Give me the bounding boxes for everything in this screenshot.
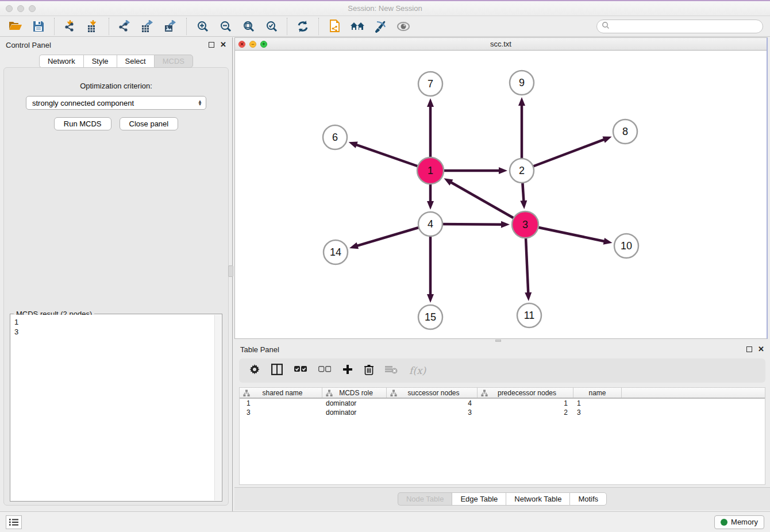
horizontal-splitter-handle[interactable] [495,340,501,342]
vertical-splitter-handle[interactable] [228,265,233,277]
close-panel-button[interactable]: Close panel [120,117,179,130]
cell-name[interactable]: 3 [573,408,622,417]
gear-icon [249,364,260,377]
table-panel: Table Panel ✕ f(x) shared nameMCDS roles… [234,342,770,510]
control-panel-title: Control Panel [6,41,51,49]
column-header-shared-name[interactable]: shared name [240,388,322,398]
graph-node-label: 9 [519,77,525,88]
graph-node-4[interactable]: 4 [418,212,442,236]
zoom-out-button[interactable] [215,18,235,35]
export-network-icon [118,20,132,33]
zoom-fit-button[interactable] [238,18,258,35]
optimization-criterion-label: Optimization criterion: [4,82,228,90]
select-all-icon [294,365,307,376]
graph-node-3[interactable]: 3 [512,211,538,238]
table-tab-motifs[interactable]: Motifs [569,492,607,506]
new-network-button[interactable] [325,18,344,35]
column-header-predecessor-nodes[interactable]: predecessor nodes [478,388,573,398]
cell-shared-name[interactable]: 1 [240,399,322,408]
graph-node-1[interactable]: 1 [417,157,444,184]
table-row[interactable]: 3dominator323 [240,408,765,417]
network-window-titlebar[interactable]: ✕ − + scc.txt [235,38,767,51]
graph-node-label: 4 [428,218,433,230]
add-row-button[interactable] [342,364,353,377]
table-row[interactable]: 1dominator411 [240,399,765,408]
graph-node-label: 3 [522,219,528,230]
hide-details-button[interactable] [394,18,413,35]
open-session-button[interactable] [6,18,25,35]
cell-predecessor-nodes[interactable]: 1 [478,399,573,408]
control-tab-network[interactable]: Network [39,55,83,68]
float-panel-icon[interactable] [209,42,214,48]
search-input[interactable] [610,22,758,30]
column-header-successor-nodes[interactable]: successor nodes [387,388,478,398]
zoom-selected-button[interactable] [261,18,281,35]
zoom-in-icon [197,20,209,32]
gear-button[interactable] [249,364,260,377]
list-icon [9,518,18,526]
import-network-button[interactable] [60,18,80,35]
close-panel-icon[interactable]: ✕ [220,42,226,48]
float-table-panel-icon[interactable] [746,346,752,352]
delete-row-button[interactable] [364,364,374,377]
table-tab-node-table[interactable]: Node Table [398,492,452,506]
cell-predecessor-nodes[interactable]: 2 [478,408,573,417]
criterion-dropdown[interactable]: strongly connected component ▲▼ [26,96,206,110]
graph-node-9[interactable]: 9 [510,71,534,95]
cell-MCDS-role[interactable]: dominator [322,399,387,408]
deselect-all-button[interactable] [318,365,331,376]
control-tab-mcds[interactable]: MCDS [154,55,193,68]
memory-button[interactable]: Memory [714,515,764,529]
save-session-button[interactable] [29,18,48,35]
export-network-button[interactable] [115,18,134,35]
columns-button[interactable] [271,364,283,377]
mcds-result-item[interactable]: 3 [14,327,214,337]
graph-node-label: 8 [622,126,628,137]
cell-name[interactable]: 1 [573,399,622,408]
graph-node-14[interactable]: 14 [324,240,348,264]
column-header-label: predecessor nodes [498,389,556,397]
open-session-icon [9,20,22,33]
network-canvas[interactable]: 7968124314101511 [235,51,766,338]
graph-node-label: 10 [621,240,632,252]
graph-node-6[interactable]: 6 [323,125,347,149]
graph-edge-3-1[interactable] [444,178,525,225]
table-tab-edge-table[interactable]: Edge Table [452,492,506,506]
graph-node-2[interactable]: 2 [510,159,534,183]
graph-node-10[interactable]: 10 [614,234,638,258]
cell-shared-name[interactable]: 3 [240,408,322,417]
graph-edge-2-8[interactable] [522,137,612,171]
import-table-button[interactable] [83,18,103,35]
graph-node-11[interactable]: 11 [517,303,541,327]
show-style-button[interactable] [371,18,390,35]
graph-node-label: 7 [428,78,433,90]
control-tab-select[interactable]: Select [117,55,154,68]
result-scrollbar[interactable] [214,315,221,500]
export-table-button[interactable] [138,18,157,35]
select-all-button[interactable] [294,365,307,376]
task-history-button[interactable] [6,515,22,529]
graph-node-7[interactable]: 7 [418,72,442,96]
refresh-layout-button[interactable] [293,18,313,35]
cell-MCDS-role[interactable]: dominator [322,408,387,417]
graph-node-label: 14 [330,246,341,258]
export-image-button[interactable] [161,18,180,35]
cell-successor-nodes[interactable]: 4 [387,399,478,408]
graph-node-8[interactable]: 8 [613,119,637,144]
control-tab-style[interactable]: Style [83,55,117,68]
search-box[interactable] [596,20,763,33]
cell-successor-nodes[interactable]: 3 [387,408,478,417]
close-table-panel-icon[interactable]: ✕ [758,346,764,352]
run-mcds-button[interactable]: Run MCDS [54,117,111,130]
deselect-all-icon [318,365,331,376]
mcds-result-item[interactable]: 1 [14,317,214,327]
column-header-MCDS-role[interactable]: MCDS role [322,388,387,398]
zoom-in-button[interactable] [192,18,212,35]
memory-status-icon [721,519,727,526]
graph-node-15[interactable]: 15 [418,305,442,329]
column-header-name[interactable]: name [573,388,622,398]
table-tab-network-table[interactable]: Network Table [506,492,569,506]
mcds-result-list[interactable]: 13 [11,315,214,500]
first-neighbors-button[interactable] [348,18,367,35]
mcds-tab-content: Optimization criterion: strongly connect… [3,67,229,506]
